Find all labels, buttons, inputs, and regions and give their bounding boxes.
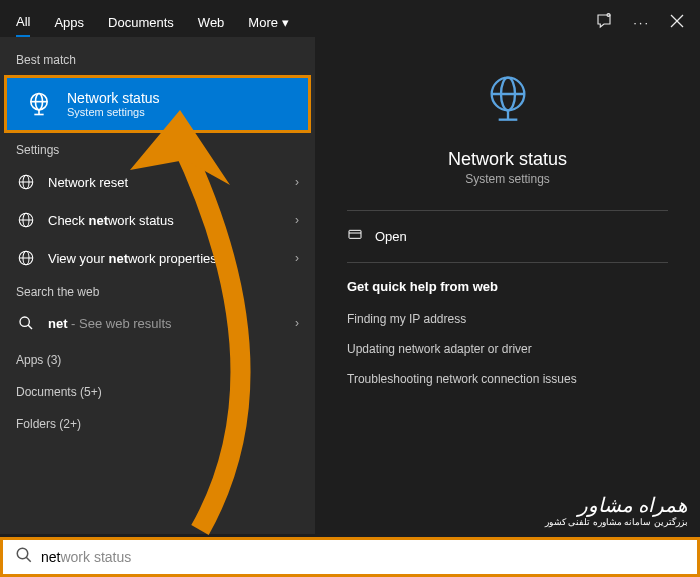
close-icon[interactable] xyxy=(670,14,684,31)
web-search-item[interactable]: net - See web results › xyxy=(0,305,315,341)
detail-subtitle: System settings xyxy=(465,172,550,186)
globe-icon xyxy=(16,211,36,229)
best-match-item[interactable]: Network status System settings xyxy=(4,75,311,133)
chevron-right-icon: › xyxy=(295,251,299,265)
search-icon xyxy=(15,546,33,568)
search-icon xyxy=(16,315,36,331)
tab-web[interactable]: Web xyxy=(198,9,225,36)
search-bar[interactable]: network status xyxy=(0,537,700,577)
tab-documents[interactable]: Documents xyxy=(108,9,174,36)
tab-apps[interactable]: Apps xyxy=(54,9,84,36)
settings-item-network-reset[interactable]: Network reset › xyxy=(0,163,315,201)
search-tabs: All Apps Documents Web More ▾ ··· xyxy=(0,0,700,37)
help-link[interactable]: Updating network adapter or driver xyxy=(347,334,668,364)
section-settings: Settings xyxy=(0,135,315,163)
settings-item-view-properties[interactable]: View your network properties › xyxy=(0,239,315,277)
svg-point-17 xyxy=(20,317,29,326)
svg-line-18 xyxy=(28,325,32,329)
help-title: Get quick help from web xyxy=(347,279,668,294)
help-link[interactable]: Troubleshooting network connection issue… xyxy=(347,364,668,394)
best-match-subtitle: System settings xyxy=(67,106,160,118)
detail-title: Network status xyxy=(448,149,567,170)
open-icon xyxy=(347,227,363,246)
section-search-web: Search the web xyxy=(0,277,315,305)
open-action[interactable]: Open xyxy=(347,211,668,262)
detail-panel: Network status System settings Open Get … xyxy=(315,37,700,534)
chevron-right-icon: › xyxy=(295,316,299,330)
chevron-down-icon: ▾ xyxy=(282,15,289,30)
watermark: همراه مشاور بزرگترین سامانه مشاوره تلفنی… xyxy=(545,493,688,527)
item-label: Check network status xyxy=(48,213,283,228)
svg-rect-24 xyxy=(349,230,361,238)
item-label: net - See web results xyxy=(48,316,283,331)
chevron-right-icon: › xyxy=(295,213,299,227)
section-best-match: Best match xyxy=(0,45,315,73)
item-label: View your network properties xyxy=(48,251,283,266)
results-panel: Best match Network status System setting… xyxy=(0,37,315,534)
tab-all[interactable]: All xyxy=(16,8,30,37)
section-documents[interactable]: Documents (5+) xyxy=(0,373,315,405)
svg-point-27 xyxy=(17,548,28,559)
tab-more[interactable]: More ▾ xyxy=(248,9,289,36)
globe-icon xyxy=(16,249,36,267)
best-match-title: Network status xyxy=(67,90,160,106)
section-folders[interactable]: Folders (2+) xyxy=(0,405,315,437)
settings-item-check-network[interactable]: Check network status › xyxy=(0,201,315,239)
globe-monitor-icon xyxy=(480,73,536,133)
search-input[interactable]: network status xyxy=(41,549,131,565)
help-link[interactable]: Finding my IP address xyxy=(347,304,668,334)
divider xyxy=(347,262,668,263)
chevron-right-icon: › xyxy=(295,175,299,189)
section-apps[interactable]: Apps (3) xyxy=(0,341,315,373)
item-label: Network reset xyxy=(48,175,283,190)
svg-line-28 xyxy=(26,557,31,562)
feedback-icon[interactable] xyxy=(595,12,613,33)
globe-icon xyxy=(16,173,36,191)
globe-icon xyxy=(23,88,55,120)
more-options-icon[interactable]: ··· xyxy=(633,15,650,30)
